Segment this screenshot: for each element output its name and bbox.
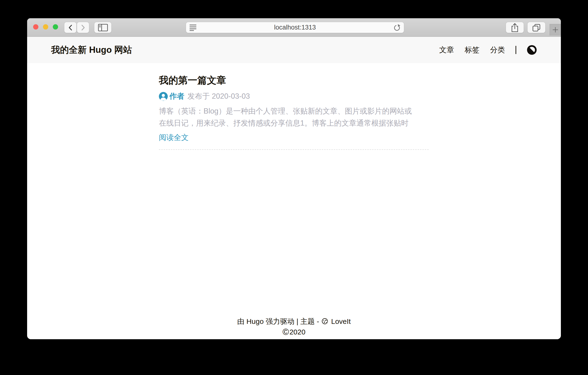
sidebar-icon [98,24,108,32]
footer-copyright-line: © 2020 [27,327,561,337]
summary-line: 在线日记，用来纪录、抒发情感或分享信息1。博客上的文章通常根据张贴时 [159,117,429,129]
browser-toolbar: localhost:1313 [27,18,561,37]
post-summary-card: 我的第一篇文章 作者 发布于 2020-03-03 博客（英语 [159,74,429,150]
contrast-half-circle-icon [527,45,537,55]
site-nav: 文章 标签 分类 [439,45,537,55]
copyright-year: 2020 [289,327,305,337]
post-meta: 作者 发布于 2020-03-03 [159,91,429,101]
author-link[interactable]: 作者 [169,91,184,101]
theme-toggle-button[interactable] [527,45,537,55]
url-text: localhost:1313 [186,22,404,33]
footer-powered-line: 由 Hugo 强力驱动 | 主题 - LoveIt [27,316,561,327]
reload-icon[interactable] [393,23,401,32]
nav-separator [515,46,516,54]
show-all-tabs-button[interactable] [527,22,545,33]
nav-item-posts[interactable]: 文章 [439,45,454,55]
nav-item-tags[interactable]: 标签 [465,45,480,55]
share-icon [511,22,519,33]
user-avatar-icon [159,92,168,101]
publish-date: 发布于 2020-03-03 [188,91,250,101]
browser-window: localhost:1313 [27,18,561,339]
forward-button[interactable] [77,22,89,33]
kiss-wink-heart-icon [322,318,329,325]
close-window-button[interactable] [33,24,38,30]
site-footer: 由 Hugo 强力驱动 | 主题 - LoveIt © 2020 [27,316,561,337]
address-bar[interactable]: localhost:1313 [186,22,404,33]
site-header: 我的全新 Hugo 网站 文章 标签 分类 [27,37,561,63]
chevron-right-icon [80,24,86,31]
read-more-link[interactable]: 阅读全文 [159,132,189,143]
tab-overview-icon [532,23,541,32]
nav-item-categories[interactable]: 分类 [490,45,505,55]
site-title-link[interactable]: 我的全新 Hugo 网站 [51,44,132,56]
sidebar-toggle-button[interactable] [94,22,111,33]
page-content: 我的第一篇文章 作者 发布于 2020-03-03 博客（英语 [27,63,561,339]
back-button[interactable] [64,22,76,33]
copyright-icon: © [283,328,289,336]
post-divider [159,149,429,150]
post-summary-text: 博客（英语：Blog）是一种由个人管理、张贴新的文章、图片或影片的网站或 在线日… [159,105,429,129]
chevron-left-icon [68,24,73,31]
minimize-window-button[interactable] [43,24,48,30]
zoom-window-button[interactable] [53,24,58,30]
share-button[interactable] [506,22,524,33]
new-tab-button[interactable] [550,24,561,35]
summary-line: 博客（英语：Blog）是一种由个人管理、张贴新的文章、图片或影片的网站或 [159,105,429,117]
plus-icon [552,26,559,33]
powered-by-text: 由 Hugo 强力驱动 | 主题 - [237,316,319,327]
theme-name-link[interactable]: LoveIt [331,316,351,327]
post-title-link[interactable]: 我的第一篇文章 [159,74,429,87]
